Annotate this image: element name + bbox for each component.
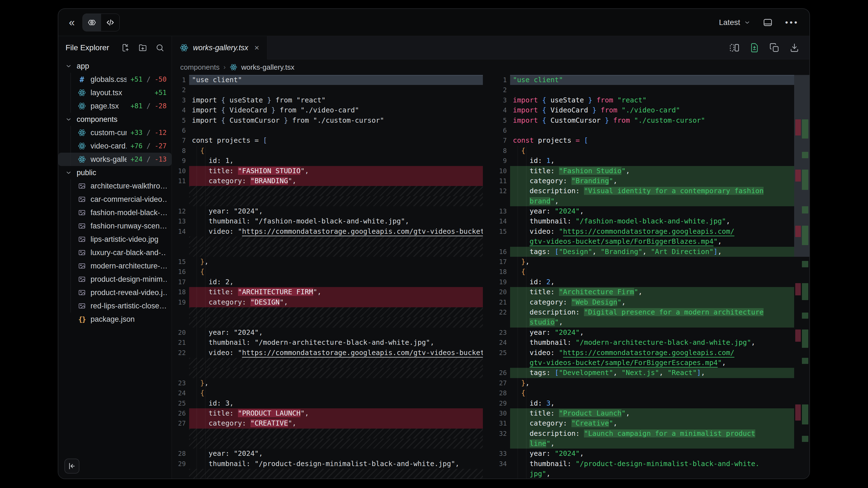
diff-filler-row[interactable] xyxy=(172,438,483,449)
sidebar-folder-components[interactable]: components xyxy=(58,113,172,126)
diff-filler-row[interactable] xyxy=(172,247,483,257)
code-line[interactable]: 23 }, xyxy=(172,378,483,388)
code-line[interactable]: 5import { CustomCursor } from "./custom-… xyxy=(172,116,483,126)
diff-filler-row[interactable] xyxy=(172,307,483,317)
code-line[interactable]: 26 title: "PRODUCT LAUNCH", xyxy=(172,408,483,418)
code-line[interactable]: 24 thumbnail: "/modern-architecture-blac… xyxy=(494,337,794,348)
code-line[interactable]: 29 thumbnail: "/product-design-minimalis… xyxy=(172,459,483,469)
diff-filler-row[interactable] xyxy=(172,429,483,438)
code-line[interactable]: 22 description: "Digital presence for a … xyxy=(494,307,794,317)
code-line[interactable]: 11 category: "BRANDING", xyxy=(172,176,483,186)
diff-filler-row[interactable] xyxy=(172,368,483,378)
breadcrumb-folder[interactable]: components xyxy=(180,63,220,72)
split-view-icon[interactable] xyxy=(730,43,739,53)
code-line[interactable]: 25 video: "https://commondatastorage.goo… xyxy=(494,348,794,358)
diff-filler-row[interactable] xyxy=(172,469,483,479)
sidebar-file-globals.css[interactable]: #globals.css+51 / -50 xyxy=(58,73,172,86)
sidebar-file-red-lips-artistic-close-[interactable]: red-lips-artistic-close… xyxy=(58,299,172,313)
sidebar-file-product-design-minim-[interactable]: product-design-minim… xyxy=(58,272,172,286)
code-line[interactable]: 7const projects = [ xyxy=(172,135,483,145)
code-line[interactable]: 22 video: "https://commondatastorage.goo… xyxy=(172,348,483,358)
code-line[interactable]: studio", xyxy=(494,317,794,327)
code-line[interactable]: 15 }, xyxy=(172,257,483,267)
code-line[interactable]: 1"use client" xyxy=(494,75,794,85)
code-line[interactable]: 4import { VideoCard } from "./video-card… xyxy=(172,105,483,115)
sidebar-file-luxury-car-black-and-[interactable]: luxury-car-black-and-… xyxy=(58,246,172,259)
code-line[interactable]: 24 { xyxy=(172,388,483,398)
code-line[interactable]: 1"use client" xyxy=(172,75,483,85)
diff-minimap-scrollbar[interactable] xyxy=(794,75,809,479)
code-line[interactable]: 5import { CustomCursor } from "./custom-… xyxy=(494,116,794,126)
collapse-panel-icon[interactable]: « xyxy=(69,17,75,28)
code-line[interactable]: 21 thumbnail: "/modern-architecture-blac… xyxy=(172,337,483,348)
sidebar-file-works-galler-[interactable]: works-galler…+24 / -13 xyxy=(58,153,172,166)
code-line[interactable]: 18 { xyxy=(494,267,794,277)
code-line[interactable]: 12 year: "2024", xyxy=(172,206,483,216)
sidebar-file-custom-curs-[interactable]: custom-curs…+33 / -12 xyxy=(58,126,172,139)
sidebar-file-architecture-walkthro-[interactable]: architecture-walkthro… xyxy=(58,179,172,193)
diff-filler-row[interactable] xyxy=(172,236,483,247)
code-line[interactable]: 8 { xyxy=(172,146,483,156)
code-line[interactable]: 19 category: "DESIGN", xyxy=(172,297,483,307)
code-line[interactable]: 13 year: "2024", xyxy=(494,206,794,216)
code-toggle-button[interactable] xyxy=(101,14,119,31)
code-line[interactable]: line", xyxy=(494,438,794,449)
code-line[interactable]: gtv-videos-bucket/sample/ForBiggerEscape… xyxy=(494,358,794,368)
new-file-icon[interactable] xyxy=(121,43,130,52)
more-options-icon[interactable]: ••• xyxy=(785,18,799,27)
code-line[interactable]: 30 title: "Product Launch", xyxy=(494,408,794,418)
code-line[interactable]: 12 description: "Visual identity for a c… xyxy=(494,186,794,196)
code-line[interactable]: 14 video: "https://commondatastorage.goo… xyxy=(172,227,483,236)
code-line[interactable]: brand", xyxy=(494,196,794,206)
code-line[interactable]: 27 }, xyxy=(494,378,794,388)
code-line[interactable]: 25 id: 3, xyxy=(172,398,483,408)
copy-icon[interactable] xyxy=(769,43,779,53)
sidebar-file-video-card.tsx[interactable]: video-card.tsx+76 / -27 xyxy=(58,139,172,153)
sidebar-file-car-commercial-video-[interactable]: car-commercial-video… xyxy=(58,193,172,206)
sidebar-folder-public[interactable]: public xyxy=(58,166,172,179)
code-line[interactable]: 3import { useState } from "react" xyxy=(172,95,483,105)
download-icon[interactable] xyxy=(789,43,799,53)
code-line[interactable]: 28 { xyxy=(494,388,794,398)
diff-pane-modified[interactable]: 1"use client"23import { useState } from … xyxy=(494,75,794,479)
code-line[interactable]: 11 category: "Branding", xyxy=(494,176,794,186)
sidebar-file-product-reveal-video.j-[interactable]: product-reveal-video.j… xyxy=(58,286,172,299)
diff-filler-row[interactable] xyxy=(172,317,483,327)
code-line[interactable]: 19 id: 2, xyxy=(494,277,794,287)
preview-toggle-button[interactable] xyxy=(83,14,101,31)
code-line[interactable]: 17 }, xyxy=(494,257,794,267)
code-line[interactable]: 14 thumbnail: "/fashion-model-black-and-… xyxy=(494,216,794,226)
code-line[interactable]: 2 xyxy=(172,85,483,95)
search-icon[interactable] xyxy=(155,43,164,52)
code-line[interactable]: 31 category: "Creative", xyxy=(494,418,794,428)
sidebar-file-modern-architecture-[interactable]: modern-architecture-… xyxy=(58,259,172,272)
code-line[interactable]: 8 { xyxy=(494,146,794,156)
diff-filler-row[interactable] xyxy=(172,358,483,368)
code-line[interactable]: 9 id: 1, xyxy=(172,156,483,166)
code-line[interactable]: 28 year: "2024", xyxy=(172,449,483,459)
code-line[interactable]: 9 id: 1, xyxy=(494,156,794,166)
diff-file-icon[interactable] xyxy=(749,43,760,53)
new-folder-icon[interactable] xyxy=(138,43,147,52)
code-line[interactable]: 20 year: "2024", xyxy=(172,328,483,337)
code-line[interactable]: 6 xyxy=(172,126,483,135)
sidebar-file-layout.tsx[interactable]: layout.tsx+51 xyxy=(58,86,172,99)
collapse-sidebar-button[interactable] xyxy=(64,459,80,474)
bottom-panel-icon[interactable] xyxy=(763,18,773,28)
code-line[interactable]: 29 id: 3, xyxy=(494,398,794,408)
sidebar-file-page.tsx[interactable]: page.tsx+81 / -28 xyxy=(58,99,172,113)
diff-filler-row[interactable] xyxy=(172,186,483,196)
code-line[interactable]: 34 thumbnail: "/product-design-minimalis… xyxy=(494,459,794,469)
diff-pane-original[interactable]: 1"use client"23import { useState } from … xyxy=(172,75,483,479)
code-line[interactable]: 7const projects = [ xyxy=(494,135,794,145)
sidebar-file-fashion-runway-scen-[interactable]: fashion-runway-scen… xyxy=(58,219,172,233)
sidebar-file-package.json[interactable]: {}package.json xyxy=(58,313,172,326)
code-line[interactable]: 27 category: "CREATIVE", xyxy=(172,418,483,428)
code-line[interactable]: 10 title: "Fashion Studio", xyxy=(494,166,794,176)
breadcrumb-file[interactable]: works-gallery.tsx xyxy=(241,63,294,72)
sidebar-folder-app[interactable]: app xyxy=(58,59,172,73)
sidebar-file-lips-artistic-video.jpg[interactable]: lips-artistic-video.jpg xyxy=(58,233,172,246)
code-line[interactable]: 33 year: "2024", xyxy=(494,449,794,459)
code-line[interactable]: 16 tags: ["Design", "Branding", "Art Dir… xyxy=(494,247,794,257)
code-line[interactable]: gtv-videos-bucket/sample/ForBiggerBlazes… xyxy=(494,236,794,247)
